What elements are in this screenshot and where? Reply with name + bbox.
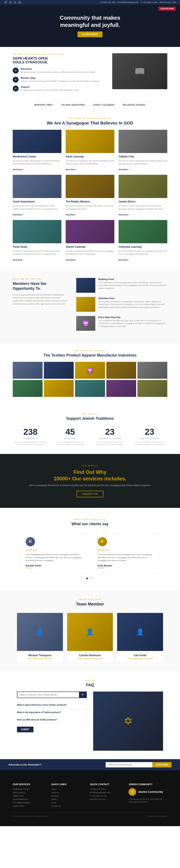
twitter-icon[interactable]: t [9, 1, 12, 4]
footer-contact-phone: ✆ (555) 123-7890 [90, 788, 122, 790]
faq-search-icon[interactable]: P [79, 692, 86, 698]
instagram-icon[interactable]: i [14, 1, 17, 4]
gallery-label: THE TEXTILES PRODUCT [13, 350, 167, 352]
donate-badge[interactable]: DONATE NOW [158, 7, 176, 10]
service-card-jewish-calendar[interactable]: Jewish Calendar We plan a synagogue that… [66, 220, 114, 261]
faq-item-2[interactable]: What is the Importance of Textile produc… [17, 709, 87, 716]
building-fund-content: Building Fund Your contribution to the s… [98, 278, 167, 290]
opportunity-title: Members Have the Opportunity To. [13, 281, 68, 291]
opportunity-item-voluntary: Voluntary Fees Your voluntary contributi… [76, 297, 167, 312]
stat-community: 238 COMMUNITY We're a synagogue that del… [13, 427, 48, 445]
cta-label: OUR SPECIAL [13, 465, 167, 467]
social-links[interactable]: f t i y [4, 1, 21, 4]
randall-avatar: R [26, 537, 35, 546]
faq-arrow-1: › [86, 704, 87, 707]
footer-link-contact[interactable]: Contact Us [51, 805, 83, 807]
facebook-icon[interactable]: f [4, 1, 7, 4]
stat-house-synagogue: 23 HOUSE SYNAGOGUE We're a synagogue tha… [92, 427, 128, 445]
service-card-mindfulness[interactable]: Mindfulness Center We strive to create o… [13, 130, 61, 171]
stat-offerings: 45 OFFERINGS We're a synagogue that foll… [53, 427, 88, 445]
footer-logo: ✡ Jewish Community [129, 788, 167, 796]
footer-link-team[interactable]: Team [51, 802, 83, 804]
service-card-yiddish[interactable]: Yiddish Club We strive to create opportu… [119, 130, 167, 171]
footer-services-2[interactable]: Adult Learning [13, 792, 45, 794]
service-card-rabbis-wisdom[interactable]: The Rabbis Wisdom We strive to create a … [66, 175, 114, 216]
dot-2[interactable] [89, 578, 91, 579]
read-more-chanukia[interactable]: Read More › [119, 257, 167, 261]
gallery-row-2 [13, 380, 167, 397]
footer-services-5[interactable]: The Rabbis Wisdom [13, 802, 45, 804]
testimonial-dots [21, 578, 159, 579]
gallery-item-5[interactable] [137, 362, 167, 379]
footer-link-services[interactable]: Services [51, 795, 83, 797]
gallery-item-7[interactable] [44, 380, 74, 397]
gallery-item-9[interactable] [106, 380, 136, 397]
cta-line1: Find Out Why [74, 469, 106, 475]
carmen-info: Carmen Robinson Youth Department / Educa… [67, 651, 113, 662]
hours: Mon-Fri 9:00 - 5:00 [159, 1, 176, 3]
footer-contact-address: ✦ 123 Main St, City [90, 795, 122, 797]
intro-image: 📖 [112, 53, 167, 89]
service-card-chanukia[interactable]: Chanukia Learning We strive to follow th… [119, 220, 167, 261]
opportunity-description: We encourage participants from all who w… [13, 293, 68, 306]
kelly-avatar: K [98, 537, 107, 546]
service-card-torah-study[interactable]: Torah Study We strive to create opportun… [13, 220, 61, 261]
gallery-item-10[interactable] [137, 380, 167, 397]
faq-search-input[interactable] [17, 692, 79, 698]
read-more-adult-learning[interactable]: Read More › [66, 167, 114, 170]
tab-event-calendar[interactable]: Event Calendar [93, 104, 114, 106]
carmen-photo: 👤 [67, 613, 113, 651]
service-card-jewish-ethics[interactable]: Jewish Ethics We strive to create opport… [119, 175, 167, 216]
newsletter-email-input[interactable] [106, 762, 152, 767]
cta-contact-button[interactable]: CONTACT US [77, 491, 104, 497]
phone: ✆ (555) 123-7890 [101, 1, 116, 3]
read-more-jewish-ethics[interactable]: Read More › [119, 212, 167, 216]
dot-3[interactable] [92, 578, 94, 579]
gallery-item-6[interactable] [13, 380, 43, 397]
faq-submit-button[interactable]: SUBMIT [17, 726, 33, 732]
footer-link-home[interactable]: Home [51, 788, 83, 790]
gallery-item-2[interactable] [44, 362, 74, 379]
footer-services-4[interactable]: Youth Department [13, 798, 45, 800]
read-more-mindfulness[interactable]: Read More › [13, 167, 61, 170]
read-more-yiddish[interactable]: Read More › [119, 167, 167, 170]
opportunity-items: Building Fund Your contribution to the s… [76, 278, 167, 335]
read-more-jewish-calendar[interactable]: Read More › [66, 257, 114, 261]
education-icon: ✡ [13, 68, 19, 73]
michael-info: Michael Thompson Youth Department / Educ… [17, 651, 63, 662]
michael-photo: 👤 [17, 613, 63, 651]
testimonial-card-randall: R ★★★★★ I am a synagogue that follows th… [21, 533, 87, 574]
footer-services-3[interactable]: Yiddish Club [13, 795, 45, 797]
service-card-adult-learning[interactable]: Adult Learning We teach the congregation… [66, 130, 114, 171]
newsletter-subscribe-button[interactable]: SUBSCRIBE [152, 762, 172, 767]
stats-section: OUR SPECIAL Support Jewish Traditions 23… [0, 405, 180, 454]
footer-link-about[interactable]: About Us [51, 792, 83, 794]
services-label: WELCOME TO SYNAGOGUE GROW [13, 117, 167, 119]
tab-worship-times[interactable]: Worship Times [34, 104, 53, 106]
footer-services-1[interactable]: Mindfulness Center [13, 788, 45, 790]
gallery-item-8[interactable] [75, 380, 105, 397]
read-more-torah-study[interactable]: Read More › [13, 257, 61, 261]
dot-1[interactable] [86, 578, 88, 579]
tab-talmud-questions[interactable]: Talmud Questions [61, 104, 85, 106]
read-more-youth[interactable]: Read More › [13, 212, 61, 216]
intro-item-membership: ✡ Member Ship Join our community and enj… [13, 77, 104, 83]
service-img-jewish-ethics [119, 175, 167, 198]
youtube-icon[interactable]: y [18, 1, 21, 4]
tab-religious-school[interactable]: Religious School [123, 104, 146, 106]
hero-section: DONATE NOW Community that makesmeaningfu… [0, 5, 180, 47]
testimonials-label: WHAT OUR CLIENTS SAY [21, 519, 159, 521]
footer-link-gallery[interactable]: Gallery [51, 798, 83, 800]
gallery-item-4[interactable] [106, 362, 136, 379]
read-more-rabbis-wisdom[interactable]: Read More › [66, 212, 114, 216]
support-icon: ✡ [13, 86, 19, 92]
footer-services-6[interactable]: Jewish Ethics [13, 805, 45, 807]
faq-item-3[interactable]: How you Will show all Textile products? … [17, 716, 87, 724]
faq-item-1[interactable]: What is about Performer Torch Textiles p… [17, 702, 87, 709]
gallery-item-3[interactable]: 🕎 [75, 362, 105, 379]
learn-more-button[interactable]: LEARN MORE [78, 31, 102, 37]
service-card-youth[interactable]: Youth Department We teach the youth of t… [13, 175, 61, 216]
gallery-item-1[interactable] [13, 362, 43, 379]
intro-item-education: ✡ Education We provide quality Jewish ed… [13, 68, 104, 74]
testimonials-section: WHAT OUR CLIENTS SAY What our clients sa… [0, 508, 180, 590]
